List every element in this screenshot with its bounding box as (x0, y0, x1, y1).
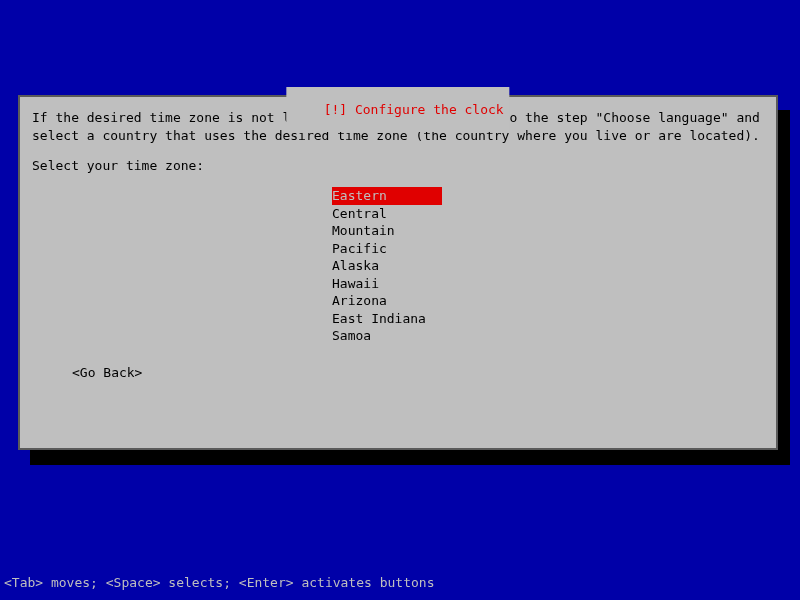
timezone-item-eastern[interactable]: Eastern (332, 187, 442, 205)
timezone-list: Eastern Central Mountain Pacific Alaska … (332, 187, 764, 345)
dialog-title-text: [!] Configure the clock (324, 102, 504, 117)
timezone-item-arizona[interactable]: Arizona (332, 292, 442, 310)
timezone-item-alaska[interactable]: Alaska (332, 257, 442, 275)
configure-clock-dialog: [!] Configure the clock If the desired t… (18, 95, 778, 450)
dialog-content: If the desired time zone is not listed, … (20, 97, 776, 392)
timezone-item-hawaii[interactable]: Hawaii (332, 275, 442, 293)
prompt-text: Select your time zone: (32, 158, 764, 173)
timezone-item-east-indiana[interactable]: East Indiana (332, 310, 442, 328)
go-back-button[interactable]: <Go Back> (72, 365, 764, 380)
timezone-item-pacific[interactable]: Pacific (332, 240, 442, 258)
timezone-item-central[interactable]: Central (332, 205, 442, 223)
status-bar: <Tab> moves; <Space> selects; <Enter> ac… (4, 575, 434, 590)
dialog-title: [!] Configure the clock (286, 87, 509, 132)
timezone-item-samoa[interactable]: Samoa (332, 327, 442, 345)
timezone-item-mountain[interactable]: Mountain (332, 222, 442, 240)
